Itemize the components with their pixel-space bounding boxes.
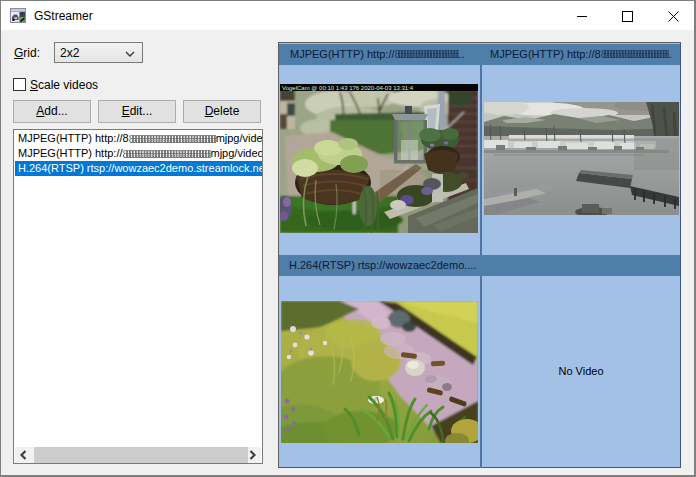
svg-text:VogelCam @ 00:10 1:43 176 202: VogelCam @ 00:10 1:43 176 2020-04-03 13:… xyxy=(282,85,414,91)
